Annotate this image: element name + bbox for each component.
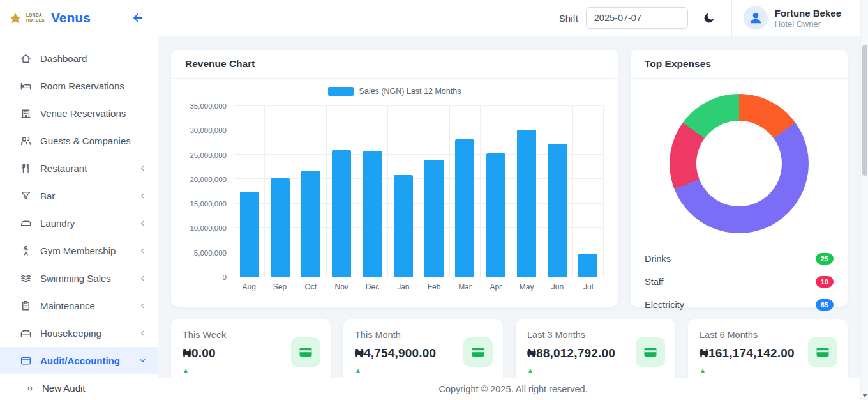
main-content: Revenue Chart Sales (NGN) Last 12 Months… <box>158 36 868 400</box>
bars <box>234 106 604 277</box>
chevron-left-icon <box>138 164 147 173</box>
bar-column <box>511 106 542 277</box>
user-info: Fortune Bekee Hotel Owner <box>775 7 841 29</box>
sidebar-item-label: Audit/Accounting <box>40 355 130 366</box>
sidebar-item-audit-accounting[interactable]: Audit/Accounting <box>0 347 158 374</box>
sidebar-item-new-audit[interactable]: New Audit <box>0 374 158 400</box>
sidebar-item-swimming-sales[interactable]: Swimming Sales <box>0 265 158 292</box>
sidebar-collapse-button[interactable] <box>128 8 147 27</box>
sidebar-item-housekeeping[interactable]: Housekeeping <box>0 319 158 347</box>
building-icon <box>20 107 32 119</box>
bar-column <box>573 106 604 277</box>
copyright-text: Copyright © 2025. All right reserved. <box>438 384 587 394</box>
user-name: Fortune Bekee <box>775 7 841 20</box>
expense-label: Staff <box>645 277 664 287</box>
sidebar-item-label: Dashboard <box>40 53 147 64</box>
trend-up-icon: ▲ <box>183 367 319 374</box>
wallet-card-icon <box>470 344 486 360</box>
stat-icon-tile <box>808 337 837 367</box>
sidebar-item-label: Laundry <box>40 218 130 229</box>
bar-may <box>517 130 536 277</box>
expenses-card-title: Top Expenses <box>645 58 711 69</box>
bar-jun <box>548 144 567 277</box>
expense-label: Drinks <box>645 254 671 264</box>
y-tick-label: 25,000,000 <box>190 151 227 159</box>
topbar: Shift Fortune Bekee Hotel Owner <box>158 0 868 36</box>
trend-up-icon: ▲ <box>700 367 836 374</box>
bar-dec <box>363 151 382 277</box>
sidebar-item-label: New Audit <box>42 383 147 394</box>
revenue-card-title: Revenue Chart <box>185 58 255 69</box>
chevron-left-icon <box>138 219 147 228</box>
sidebar-item-maintenance[interactable]: Maintenance <box>0 292 158 319</box>
shift-date-input[interactable] <box>586 7 688 29</box>
scroll-down-arrow-icon[interactable] <box>862 394 867 397</box>
clipboard-icon <box>20 300 32 312</box>
sidebar-item-venue-reservations[interactable]: Venue Reservations <box>0 100 158 127</box>
sidebar-item-label: Housekeeping <box>40 328 130 339</box>
revenue-chart-card: Revenue Chart Sales (NGN) Last 12 Months… <box>171 50 618 307</box>
bar-column <box>542 106 573 277</box>
person-icon <box>20 245 32 257</box>
bar-column <box>357 106 388 277</box>
x-tick-label: Jan <box>388 282 419 291</box>
sidebar-item-guests-companies[interactable]: Guests & Companies <box>0 127 158 155</box>
dark-mode-toggle[interactable] <box>702 11 716 25</box>
y-axis: 05,000,00010,000,00015,000,00020,000,000… <box>179 106 234 277</box>
sidebar-item-restaurant[interactable]: Restaurant <box>0 155 158 182</box>
x-tick-label: Sep <box>264 282 295 291</box>
y-tick-label: 0 <box>223 273 227 281</box>
arrow-left-icon <box>131 11 145 25</box>
sidebar-item-room-reservations[interactable]: Room Reservations <box>0 72 158 100</box>
bar-column <box>265 106 296 277</box>
scrollbar-thumb[interactable] <box>862 45 867 176</box>
expenses-card-header: Top Expenses <box>631 50 848 79</box>
sidebar-item-label: Guests & Companies <box>40 135 147 146</box>
wallet-card-icon <box>643 344 658 360</box>
trend-up-icon: ▲ <box>355 367 491 374</box>
sidebar-item-dashboard[interactable]: Dashboard <box>0 45 158 72</box>
legend-swatch <box>328 87 354 96</box>
user-profile[interactable]: Fortune Bekee Hotel Owner <box>731 0 860 36</box>
card-icon <box>20 355 32 367</box>
legend-label: Sales (NGN) Last 12 Months <box>359 87 461 96</box>
bar-column <box>327 106 357 277</box>
circle-icon <box>26 384 34 393</box>
plot-column: AugSepOctNovDecJanFebMarAprMayJunJul <box>234 106 604 291</box>
sidebar-item-bar[interactable]: Bar <box>0 182 158 210</box>
stat-icon-tile <box>291 337 320 367</box>
x-tick-label: Nov <box>326 282 357 291</box>
bar-aug <box>240 192 259 277</box>
revenue-card-header: Revenue Chart <box>171 50 618 79</box>
chevron-left-icon <box>138 273 147 283</box>
bar-column <box>450 106 481 277</box>
bar-sep <box>271 178 290 277</box>
bar-column <box>419 106 450 277</box>
bar-apr <box>486 153 505 277</box>
footer: Copyright © 2025. All right reserved. <box>158 378 868 400</box>
trend-up-icon: ▲ <box>527 367 664 374</box>
users-icon <box>20 135 32 147</box>
bar-column <box>234 106 265 277</box>
bar-column <box>296 106 327 277</box>
user-avatar-icon <box>747 10 764 26</box>
sidebar-item-label: Maintenance <box>40 300 130 311</box>
x-tick-label: Mar <box>449 282 480 291</box>
chevron-left-icon <box>138 301 147 311</box>
hotel-logo-icon <box>9 12 22 24</box>
y-tick-label: 15,000,000 <box>190 200 227 208</box>
hotel-logo-text: LONDA HOTELS <box>26 13 45 24</box>
x-tick-label: Jul <box>573 282 604 291</box>
funnel-icon <box>20 190 32 202</box>
bar-oct <box>301 171 320 277</box>
y-tick-label: 5,000,000 <box>194 249 227 257</box>
x-tick-label: Apr <box>481 282 511 291</box>
bar-jul <box>578 254 597 277</box>
bar-column <box>481 106 511 277</box>
chart-legend: Sales (NGN) Last 12 Months <box>171 87 618 96</box>
scrollbar-track[interactable] <box>860 0 868 400</box>
expense-legend-rows: Drinks 25 Staff 10 Electricity 65 <box>631 247 848 316</box>
y-tick-label: 35,000,000 <box>190 102 227 110</box>
sidebar-item-gym-membership[interactable]: Gym Membership <box>0 237 158 265</box>
sidebar-item-laundry[interactable]: Laundry <box>0 210 158 237</box>
